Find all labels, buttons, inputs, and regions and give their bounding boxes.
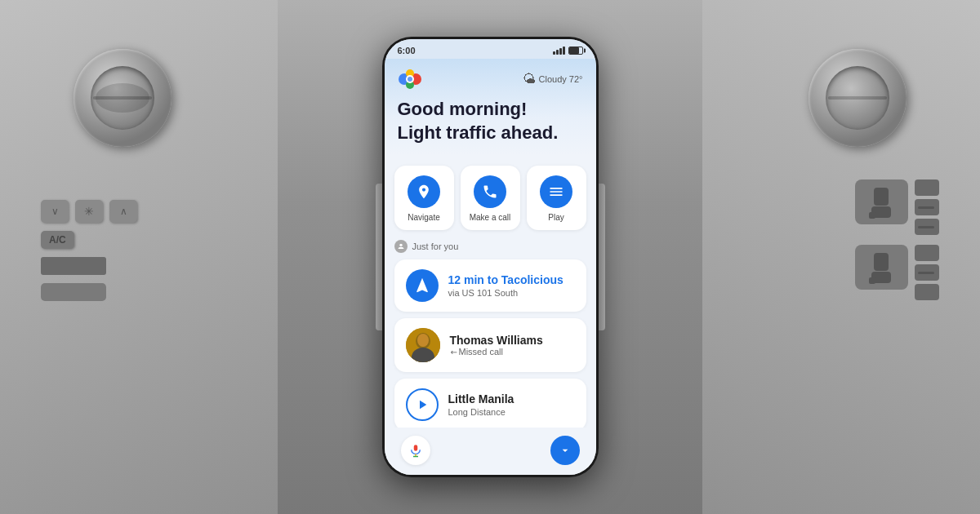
defrost-button[interactable] <box>41 283 106 301</box>
music-card-info: Little Manila Long Distance <box>448 392 575 417</box>
svg-rect-0 <box>874 188 889 206</box>
svg-rect-5 <box>869 277 875 284</box>
music-play-icon[interactable] <box>406 388 439 421</box>
signal-icon <box>553 47 565 55</box>
contact-avatar-svg <box>406 328 440 362</box>
navigation-card[interactable]: 12 min to Tacolicious via US 101 South <box>394 259 586 312</box>
contact-card-info: Thomas Williams ↖ Missed call <box>450 334 575 357</box>
fan-icon: ✳ <box>75 200 103 223</box>
nav-card-subtitle: via US 101 South <box>448 288 575 298</box>
seat-row-1 <box>855 179 939 235</box>
mic-icon <box>408 441 423 459</box>
call-button[interactable]: Make a call <box>461 166 520 230</box>
section-header: Just for you <box>394 240 586 253</box>
play-label: Play <box>548 213 564 222</box>
seat-btn-1[interactable] <box>855 179 908 224</box>
play-button[interactable]: Play <box>527 166 586 230</box>
fan-up-btn[interactable]: ∧ <box>109 200 137 223</box>
phone-screen: 6:00 <box>385 39 596 475</box>
navigate-button[interactable]: Navigate <box>394 166 454 230</box>
navigate-svg <box>416 184 432 200</box>
call-icon <box>474 175 506 208</box>
fan-speed-row: ∨ ✳ ∧ <box>41 200 137 223</box>
left-climate-controls: ∨ ✳ ∧ A/C <box>41 200 137 301</box>
nav-card-info: 12 min to Tacolicious via US 101 South <box>448 273 575 298</box>
call-svg <box>482 184 498 200</box>
weather-badge: 🌤 Cloudy 72° <box>523 72 583 86</box>
status-time: 6:00 <box>398 46 416 55</box>
seat-icon-1 <box>867 184 896 220</box>
expand-button[interactable] <box>550 436 580 465</box>
nav-arrow-icon <box>413 277 431 295</box>
contact-card[interactable]: Thomas Williams ↖ Missed call <box>394 318 586 372</box>
music-card[interactable]: Little Manila Long Distance <box>394 379 586 428</box>
seat-ctrl-3[interactable] <box>915 219 939 235</box>
call-label: Make a call <box>470 213 511 222</box>
music-subtitle: Long Distance <box>448 407 575 417</box>
missed-call-label: ↖ Missed call <box>450 347 575 357</box>
seat-controls-col-2 <box>915 245 939 300</box>
greeting-text: Good morning! Light traffic ahead. <box>398 98 583 144</box>
svg-point-12 <box>399 244 402 246</box>
missed-call-icon: ↖ <box>448 346 458 357</box>
seat-controls-col <box>915 179 939 235</box>
svg-rect-17 <box>413 445 417 451</box>
signal-bar-1 <box>553 51 555 55</box>
play-svg <box>548 184 564 200</box>
assistant-top-row: 🌤 Cloudy 72° <box>398 67 583 91</box>
right-seat-controls <box>855 179 939 300</box>
svg-rect-3 <box>874 253 889 271</box>
seat-ctrl-6[interactable] <box>915 284 939 300</box>
mic-button[interactable] <box>401 436 430 465</box>
status-bar: 6:00 <box>385 39 596 59</box>
ga-logo-svg <box>398 67 422 91</box>
section-header-icon <box>394 240 408 253</box>
seat-btn-2[interactable] <box>855 245 908 290</box>
seat-ctrl-5[interactable] <box>915 264 939 281</box>
assistant-header: 🌤 Cloudy 72° Good morning! Light traffic… <box>385 59 596 156</box>
svg-point-16 <box>417 334 429 347</box>
cards-section: Just for you 12 min to Tacolicious via U… <box>385 240 596 428</box>
music-play-svg <box>415 397 430 412</box>
quick-actions: Navigate Make a call Play <box>385 156 596 240</box>
svg-rect-2 <box>869 212 875 219</box>
phone: 6:00 <box>382 37 599 477</box>
contact-name: Thomas Williams <box>450 334 575 347</box>
fan-down-btn[interactable]: ∨ <box>41 200 69 223</box>
weather-text: Cloudy 72° <box>539 74 583 84</box>
seat-ctrl-4[interactable] <box>915 245 939 261</box>
car-background: ∨ ✳ ∧ A/C <box>0 0 980 514</box>
weather-icon: 🌤 <box>523 72 536 86</box>
bottom-bar <box>385 428 596 475</box>
seat-ctrl-1[interactable] <box>915 179 939 196</box>
google-assistant-logo <box>398 67 422 91</box>
signal-bar-2 <box>556 50 559 55</box>
ac-button[interactable]: A/C <box>41 231 74 249</box>
battery-fill <box>569 47 580 54</box>
contact-avatar <box>406 328 440 362</box>
play-icon <box>540 175 572 208</box>
seat-ctrl-2[interactable] <box>915 199 939 215</box>
left-vent-knob <box>74 49 172 147</box>
seat-row-2 <box>855 245 939 300</box>
svg-point-11 <box>408 77 412 82</box>
section-title: Just for you <box>412 241 459 251</box>
signal-bar-3 <box>559 48 562 55</box>
signal-bar-4 <box>563 47 565 55</box>
nav-card-title: 12 min to Tacolicious <box>448 273 575 286</box>
battery-icon <box>568 47 583 55</box>
navigate-icon <box>408 175 440 208</box>
nav-card-icon <box>406 269 439 302</box>
navigate-label: Navigate <box>408 213 439 222</box>
just-for-you-icon <box>397 242 405 250</box>
seat-icon-2 <box>867 249 896 286</box>
temp-bar <box>41 257 106 275</box>
ac-row: A/C <box>41 231 137 249</box>
right-vent-knob <box>808 49 906 147</box>
missed-call-text: Missed call <box>459 347 503 357</box>
status-icons <box>553 47 583 55</box>
phone-mount: 6:00 <box>382 37 599 477</box>
chevron-down-icon <box>559 444 572 457</box>
music-title: Little Manila <box>448 392 575 405</box>
